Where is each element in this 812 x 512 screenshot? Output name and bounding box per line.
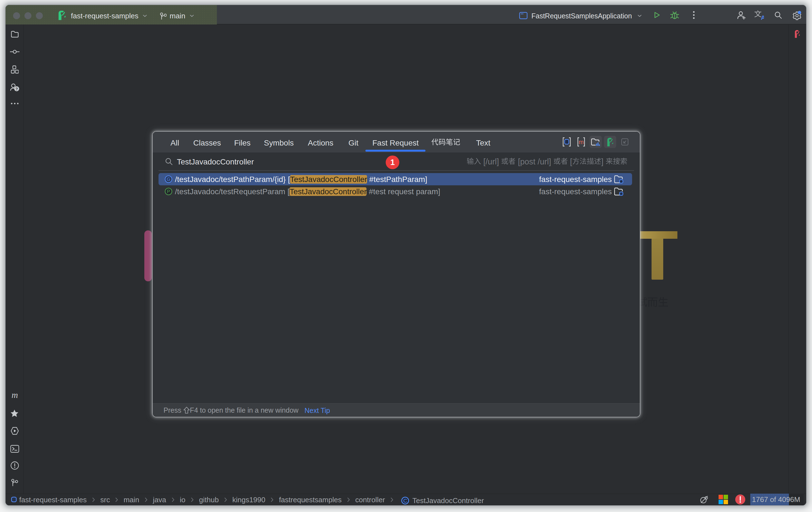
svg-text:?: ?: [15, 87, 18, 91]
svg-text:m: m: [579, 139, 584, 145]
svg-text:C: C: [403, 498, 407, 504]
svg-text:A: A: [761, 14, 764, 20]
